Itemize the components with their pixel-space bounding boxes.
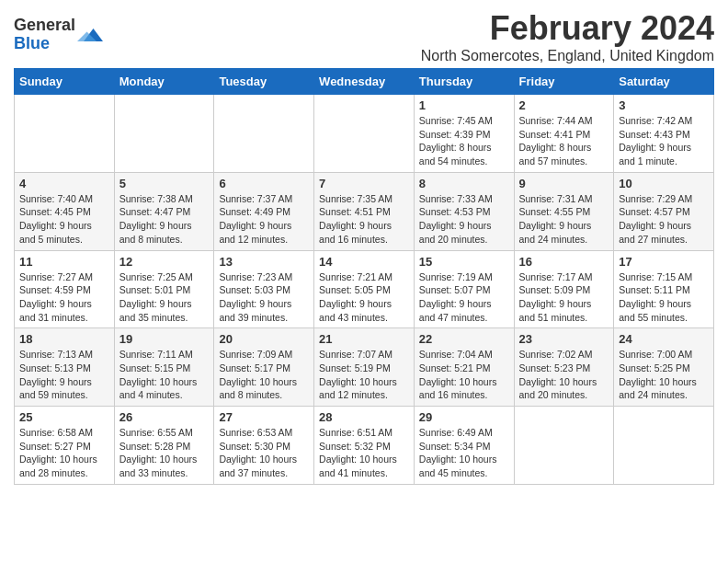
day-info: Sunrise: 7:00 AM Sunset: 5:25 PM Dayligh… [619, 348, 709, 402]
calendar-cell-5-6 [514, 407, 614, 485]
day-info: Sunrise: 6:51 AM Sunset: 5:32 PM Dayligh… [319, 426, 409, 480]
calendar-cell-3-1: 11Sunrise: 7:27 AM Sunset: 4:59 PM Dayli… [15, 250, 115, 328]
calendar-cell-1-1 [15, 95, 115, 173]
header-friday: Friday [514, 69, 614, 95]
header: General Blue February 2024 North Somerco… [14, 9, 714, 64]
day-info: Sunrise: 7:38 AM Sunset: 4:47 PM Dayligh… [119, 192, 210, 247]
calendar-week-1: 1Sunrise: 7:45 AM Sunset: 4:39 PM Daylig… [15, 95, 714, 173]
day-number: 25 [19, 410, 109, 424]
day-info: Sunrise: 6:49 AM Sunset: 5:34 PM Dayligh… [419, 426, 509, 480]
day-info: Sunrise: 7:23 AM Sunset: 5:03 PM Dayligh… [219, 270, 309, 325]
calendar-week-3: 11Sunrise: 7:27 AM Sunset: 4:59 PM Dayli… [15, 250, 714, 328]
day-number: 1 [419, 98, 509, 112]
calendar-cell-2-5: 8Sunrise: 7:33 AM Sunset: 4:53 PM Daylig… [414, 172, 514, 250]
day-number: 16 [519, 255, 609, 269]
day-info: Sunrise: 7:11 AM Sunset: 5:15 PM Dayligh… [119, 348, 210, 402]
calendar-cell-2-3: 6Sunrise: 7:37 AM Sunset: 4:49 PM Daylig… [214, 172, 314, 250]
header-sunday: Sunday [15, 69, 115, 95]
header-thursday: Thursday [414, 69, 514, 95]
day-info: Sunrise: 7:02 AM Sunset: 5:23 PM Dayligh… [519, 348, 609, 402]
day-info: Sunrise: 7:27 AM Sunset: 4:59 PM Dayligh… [19, 270, 109, 325]
day-number: 20 [219, 332, 309, 346]
header-monday: Monday [114, 69, 214, 95]
day-info: Sunrise: 7:19 AM Sunset: 5:07 PM Dayligh… [419, 270, 509, 325]
calendar-cell-1-4 [314, 95, 415, 173]
day-info: Sunrise: 7:42 AM Sunset: 4:43 PM Dayligh… [619, 114, 709, 168]
calendar-cell-4-6: 23Sunrise: 7:02 AM Sunset: 5:23 PM Dayli… [514, 328, 614, 407]
day-info: Sunrise: 7:04 AM Sunset: 5:21 PM Dayligh… [419, 348, 509, 402]
header-wednesday: Wednesday [314, 69, 415, 95]
day-number: 3 [619, 98, 709, 112]
calendar-cell-2-4: 7Sunrise: 7:35 AM Sunset: 4:51 PM Daylig… [314, 172, 415, 250]
day-number: 6 [219, 177, 309, 190]
main-title: February 2024 [421, 9, 714, 48]
calendar-cell-5-4: 28Sunrise: 6:51 AM Sunset: 5:32 PM Dayli… [314, 407, 415, 485]
calendar-cell-5-3: 27Sunrise: 6:53 AM Sunset: 5:30 PM Dayli… [214, 407, 314, 485]
day-number: 2 [519, 98, 609, 112]
calendar-cell-4-7: 24Sunrise: 7:00 AM Sunset: 5:25 PM Dayli… [614, 328, 714, 407]
day-number: 7 [319, 177, 409, 190]
calendar-cell-3-3: 13Sunrise: 7:23 AM Sunset: 5:03 PM Dayli… [214, 250, 314, 328]
calendar-cell-4-2: 19Sunrise: 7:11 AM Sunset: 5:15 PM Dayli… [114, 328, 214, 407]
logo-icon [77, 22, 103, 48]
day-info: Sunrise: 7:09 AM Sunset: 5:17 PM Dayligh… [219, 348, 309, 402]
day-number: 28 [319, 410, 409, 424]
day-info: Sunrise: 7:17 AM Sunset: 5:09 PM Dayligh… [519, 270, 609, 325]
day-number: 22 [419, 332, 509, 346]
day-info: Sunrise: 7:33 AM Sunset: 4:53 PM Dayligh… [419, 192, 509, 247]
day-number: 15 [419, 255, 509, 269]
calendar-cell-5-7 [614, 407, 714, 485]
day-number: 11 [19, 255, 109, 269]
calendar-cell-5-1: 25Sunrise: 6:58 AM Sunset: 5:27 PM Dayli… [15, 407, 115, 485]
day-info: Sunrise: 6:58 AM Sunset: 5:27 PM Dayligh… [19, 426, 109, 480]
calendar-cell-1-2 [114, 95, 214, 173]
calendar-cell-1-6: 2Sunrise: 7:44 AM Sunset: 4:41 PM Daylig… [514, 95, 614, 173]
logo-general-text: General [14, 17, 75, 35]
calendar-cell-2-1: 4Sunrise: 7:40 AM Sunset: 4:45 PM Daylig… [15, 172, 115, 250]
day-info: Sunrise: 7:25 AM Sunset: 5:01 PM Dayligh… [119, 270, 210, 325]
calendar-cell-3-7: 17Sunrise: 7:15 AM Sunset: 5:11 PM Dayli… [614, 250, 714, 328]
calendar-cell-4-4: 21Sunrise: 7:07 AM Sunset: 5:19 PM Dayli… [314, 328, 415, 407]
day-number: 13 [219, 255, 309, 269]
calendar-week-2: 4Sunrise: 7:40 AM Sunset: 4:45 PM Daylig… [15, 172, 714, 250]
day-number: 8 [419, 177, 509, 190]
calendar-header-row: SundayMondayTuesdayWednesdayThursdayFrid… [15, 69, 714, 95]
day-number: 4 [19, 177, 109, 190]
calendar-cell-4-1: 18Sunrise: 7:13 AM Sunset: 5:13 PM Dayli… [15, 328, 115, 407]
day-info: Sunrise: 7:40 AM Sunset: 4:45 PM Dayligh… [19, 192, 109, 247]
day-info: Sunrise: 7:29 AM Sunset: 4:57 PM Dayligh… [619, 192, 709, 247]
day-number: 27 [219, 410, 309, 424]
calendar-cell-4-5: 22Sunrise: 7:04 AM Sunset: 5:21 PM Dayli… [414, 328, 514, 407]
day-info: Sunrise: 7:45 AM Sunset: 4:39 PM Dayligh… [419, 114, 509, 168]
day-info: Sunrise: 7:35 AM Sunset: 4:51 PM Dayligh… [319, 192, 409, 247]
day-info: Sunrise: 7:44 AM Sunset: 4:41 PM Dayligh… [519, 114, 609, 168]
day-number: 17 [619, 255, 709, 269]
calendar-cell-3-6: 16Sunrise: 7:17 AM Sunset: 5:09 PM Dayli… [514, 250, 614, 328]
calendar-cell-5-5: 29Sunrise: 6:49 AM Sunset: 5:34 PM Dayli… [414, 407, 514, 485]
day-info: Sunrise: 7:13 AM Sunset: 5:13 PM Dayligh… [19, 348, 109, 402]
day-info: Sunrise: 7:15 AM Sunset: 5:11 PM Dayligh… [619, 270, 709, 325]
calendar-cell-2-2: 5Sunrise: 7:38 AM Sunset: 4:47 PM Daylig… [114, 172, 214, 250]
day-number: 12 [119, 255, 210, 269]
day-number: 24 [619, 332, 709, 346]
logo-blue-text: Blue [14, 35, 75, 53]
calendar-cell-5-2: 26Sunrise: 6:55 AM Sunset: 5:28 PM Dayli… [114, 407, 214, 485]
day-info: Sunrise: 6:55 AM Sunset: 5:28 PM Dayligh… [119, 426, 210, 480]
day-number: 23 [519, 332, 609, 346]
day-info: Sunrise: 7:07 AM Sunset: 5:19 PM Dayligh… [319, 348, 409, 402]
calendar-cell-3-4: 14Sunrise: 7:21 AM Sunset: 5:05 PM Dayli… [314, 250, 415, 328]
calendar-cell-2-6: 9Sunrise: 7:31 AM Sunset: 4:55 PM Daylig… [514, 172, 614, 250]
calendar-week-4: 18Sunrise: 7:13 AM Sunset: 5:13 PM Dayli… [15, 328, 714, 407]
day-number: 19 [119, 332, 210, 346]
calendar-cell-3-5: 15Sunrise: 7:19 AM Sunset: 5:07 PM Dayli… [414, 250, 514, 328]
calendar-week-5: 25Sunrise: 6:58 AM Sunset: 5:27 PM Dayli… [15, 407, 714, 485]
day-number: 14 [319, 255, 409, 269]
day-number: 26 [119, 410, 210, 424]
calendar-cell-1-7: 3Sunrise: 7:42 AM Sunset: 4:43 PM Daylig… [614, 95, 714, 173]
calendar-cell-2-7: 10Sunrise: 7:29 AM Sunset: 4:57 PM Dayli… [614, 172, 714, 250]
title-section: February 2024 North Somercotes, England,… [421, 9, 714, 64]
day-number: 18 [19, 332, 109, 346]
day-info: Sunrise: 6:53 AM Sunset: 5:30 PM Dayligh… [219, 426, 309, 480]
day-info: Sunrise: 7:37 AM Sunset: 4:49 PM Dayligh… [219, 192, 309, 247]
day-number: 10 [619, 177, 709, 190]
